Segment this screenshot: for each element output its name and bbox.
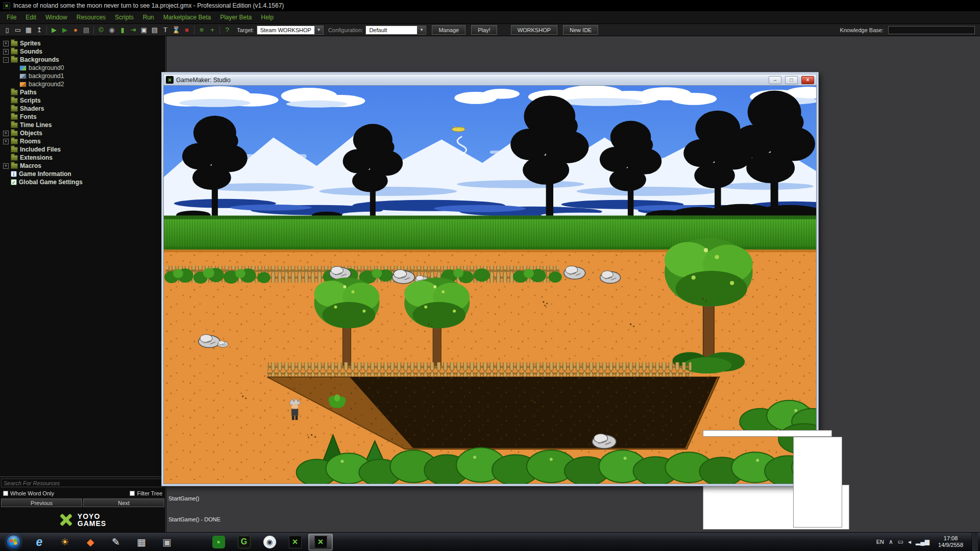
run-icon[interactable]: ▶	[49, 25, 59, 35]
sidebar-item-global-game-settings[interactable]: Global Game Settings	[1, 178, 164, 186]
expander-icon[interactable]: +	[3, 139, 9, 144]
menu-scripts[interactable]: Scripts	[110, 12, 138, 22]
taskbar-steam[interactable]: ◉	[257, 534, 282, 550]
expander-icon[interactable]: +	[3, 49, 9, 55]
previous-button[interactable]: Previous	[1, 498, 82, 507]
sidebar-item-macros[interactable]: +Macros	[1, 162, 164, 170]
taskbar-messenger[interactable]: ●	[206, 534, 231, 550]
sidebar-item-background1[interactable]: background1	[1, 72, 164, 80]
sidebar-item-fonts[interactable]: Fonts	[1, 113, 164, 121]
volume-icon[interactable]: ◂	[908, 538, 911, 545]
window-titlebar[interactable]: × Incase of noland some the moon never t…	[0, 0, 980, 11]
filter-tree-checkbox[interactable]: Filter Tree	[130, 490, 162, 496]
new-project-icon[interactable]: ▯	[2, 25, 12, 35]
record-icon[interactable]: ●	[70, 25, 81, 35]
configuration-dropdown[interactable]: Default ▼	[365, 26, 426, 35]
whole-word-checkbox[interactable]: Whole Word Only	[3, 490, 54, 496]
sidebar-item-game-information[interactable]: Game Information	[1, 170, 164, 178]
print-icon[interactable]: ▤	[81, 25, 91, 35]
menu-resources[interactable]: Resources	[72, 12, 110, 22]
workshop-button[interactable]: WORKSHOP	[511, 25, 557, 35]
clipboard-icon[interactable]: ▤	[150, 25, 160, 35]
menu-help[interactable]: Help	[256, 12, 278, 22]
sidebar-item-backgrounds[interactable]: -Backgrounds	[1, 56, 164, 64]
knowledge-base-input[interactable]	[888, 26, 975, 34]
chevron-up-icon[interactable]: ∧	[889, 538, 893, 545]
list-icon[interactable]: ≡	[197, 25, 207, 35]
menu-run[interactable]: Run	[138, 12, 159, 22]
menu-edit[interactable]: Edit	[21, 12, 41, 22]
taskbar-ie[interactable]: e	[27, 534, 52, 550]
taskbar-gamemaker-studio-active[interactable]: ×	[308, 534, 333, 550]
sidebar-item-rooms[interactable]: +Rooms	[1, 137, 164, 145]
sidebar-item-shaders[interactable]: Shaders	[1, 105, 164, 113]
play-button[interactable]: Play!	[471, 25, 497, 35]
sidebar-item-time-lines[interactable]: Time Lines	[1, 121, 164, 129]
background-window-fragment[interactable]	[703, 430, 832, 437]
globe-icon[interactable]: ◉	[107, 25, 117, 35]
game-runner-window[interactable]: × GameMaker: Studio – □ ×	[161, 72, 819, 486]
menu-window[interactable]: Window	[41, 12, 72, 22]
menu-file[interactable]: File	[2, 12, 21, 22]
taskbar-gamemaker-studio[interactable]: ×	[283, 534, 307, 550]
language-indicator[interactable]: EN	[876, 539, 884, 545]
search-input[interactable]	[1, 479, 164, 487]
sidebar-item-sprites[interactable]: +Sprites	[1, 39, 164, 47]
export-icon[interactable]: ↥	[34, 25, 44, 35]
game-window-titlebar[interactable]: × GameMaker: Studio – □ ×	[163, 74, 817, 85]
sidebar-item-objects[interactable]: +Objects	[1, 129, 164, 137]
menu-marketplace-beta[interactable]: Marketplace Beta	[159, 12, 215, 22]
text-icon[interactable]: T	[160, 25, 170, 35]
checkbox-icon[interactable]	[130, 491, 135, 496]
background-window-fragment[interactable]	[793, 437, 842, 528]
game-viewport[interactable]	[163, 85, 817, 484]
expander-icon[interactable]: +	[3, 131, 9, 136]
network-icon[interactable]: ▂▄▆	[916, 538, 929, 545]
expander-icon[interactable]: +	[3, 163, 9, 169]
expander-icon[interactable]: -	[3, 57, 9, 63]
manage-button[interactable]: Manage	[432, 25, 465, 35]
add-icon[interactable]: +	[207, 25, 217, 35]
start-button[interactable]	[0, 533, 27, 551]
taskbar-app-3[interactable]: ▣	[155, 534, 179, 550]
open-project-icon[interactable]: ▭	[13, 25, 23, 35]
help-icon[interactable]: ?	[222, 25, 232, 35]
sidebar-item-included-files[interactable]: Included Files	[1, 145, 164, 154]
checkbox-icon[interactable]	[3, 491, 8, 496]
display-icon[interactable]: ▭	[898, 538, 903, 545]
chevron-down-icon[interactable]: ▼	[417, 26, 426, 34]
save-project-icon[interactable]: ▦	[23, 25, 34, 35]
show-desktop-button[interactable]	[972, 533, 978, 551]
taskbar-app-2[interactable]: ◆	[78, 534, 103, 550]
taskbar-app-1[interactable]: ☀	[53, 534, 77, 550]
paste-icon[interactable]: ▣	[139, 25, 149, 35]
stats-icon[interactable]: ▮	[117, 25, 128, 35]
stop-icon[interactable]: ■	[182, 25, 192, 35]
chevron-down-icon[interactable]: ▼	[314, 26, 323, 34]
copyright-icon[interactable]: ©	[96, 25, 106, 35]
target-dropdown[interactable]: Steam WORKSHOP ▼	[257, 26, 324, 35]
sidebar-item-label: Sounds	[20, 48, 42, 55]
sidebar-item-scripts[interactable]: Scripts	[1, 96, 164, 105]
new-ide-button[interactable]: New IDE	[563, 25, 598, 35]
sidebar-item-background0[interactable]: background0	[1, 64, 164, 72]
taskbar-paint[interactable]: ▦	[129, 534, 154, 550]
sidebar-item-background2[interactable]: background2	[1, 80, 164, 88]
minimize-button[interactable]: –	[769, 76, 781, 84]
sidebar-item-extensions[interactable]: Extensions	[1, 154, 164, 162]
hourglass-icon[interactable]: ⌛	[171, 25, 181, 35]
taskbar: e ☀ ◆ ✎ ▦ ▣ ● G ◉ × × EN ∧ ▭ ◂ ▂▄▆ 17:08…	[0, 532, 980, 551]
close-button[interactable]: ×	[801, 76, 814, 84]
game-scene[interactable]	[164, 86, 816, 484]
maximize-button[interactable]: □	[785, 76, 798, 84]
menu-player-beta[interactable]: Player Beta	[215, 12, 256, 22]
expander-icon[interactable]: +	[3, 41, 9, 46]
taskbar-gamemaker[interactable]: G	[232, 534, 256, 550]
run-debug-icon[interactable]: ▶	[60, 25, 70, 35]
import-icon[interactable]: ⇥	[128, 25, 138, 35]
taskbar-notepad[interactable]: ✎	[104, 534, 128, 550]
sidebar-item-paths[interactable]: Paths	[1, 88, 164, 96]
clock[interactable]: 17:08 14/9/2558	[934, 535, 967, 548]
sidebar-item-sounds[interactable]: +Sounds	[1, 47, 164, 56]
next-button[interactable]: Next	[83, 498, 164, 507]
